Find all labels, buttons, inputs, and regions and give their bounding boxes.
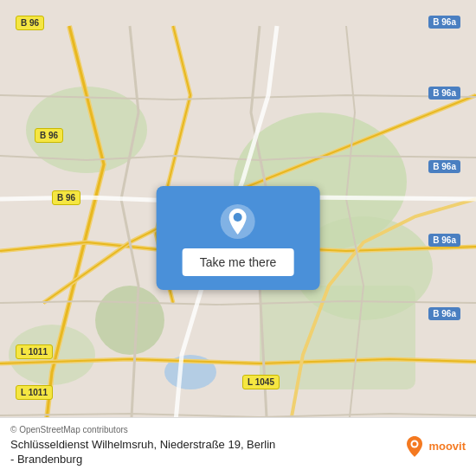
svg-point-5 (95, 286, 164, 355)
road-badge-b96a-1: B 96a (428, 16, 460, 29)
svg-point-9 (234, 213, 242, 222)
road-badge-b96a-5: B 96a (428, 307, 460, 320)
map-container: B 96 B 96 B 96 B 96a B 96a B 96a B 96a B… (0, 0, 476, 476)
road-badge-b96-top: B 96 (16, 16, 44, 30)
bottom-bar: © OpenStreetMap contributors Schlüsseldi… (0, 417, 476, 476)
road-badge-b96-left: B 96 (35, 128, 63, 143)
road-badge-l1011-1: L 1011 (16, 344, 53, 359)
road-badge-b96a-3: B 96a (428, 160, 460, 173)
road-badge-b96a-4: B 96a (428, 234, 460, 247)
take-me-there-card: Take me there (157, 186, 320, 290)
road-badge-l1011-2: L 1011 (16, 385, 53, 400)
moovit-logo: moovit (402, 434, 466, 459)
attribution-text: © OpenStreetMap contributors (10, 425, 394, 434)
road-badge-l1045: L 1045 (242, 375, 280, 389)
bottom-bar-text: © OpenStreetMap contributors Schlüsseldi… (10, 425, 394, 467)
road-badge-b96a-2: B 96a (428, 87, 460, 100)
moovit-icon (402, 434, 427, 459)
road-badge-b96-mid: B 96 (52, 190, 80, 205)
location-title: Schlüsseldienst Wilhelmsruh, Niederstraß… (10, 438, 394, 467)
moovit-label: moovit (428, 440, 466, 453)
svg-point-11 (413, 441, 417, 446)
location-pin-icon (220, 203, 256, 240)
take-me-there-button[interactable]: Take me there (183, 248, 294, 276)
